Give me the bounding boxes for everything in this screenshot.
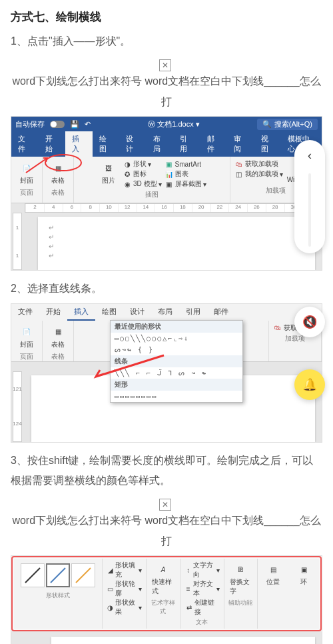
broken-image-text: word下划线怎么打出来符号 word文档在空白中下划线______怎么打 (11, 511, 322, 551)
tab-insert[interactable]: 插入 (65, 131, 93, 157)
style-swatch-1[interactable] (21, 563, 45, 587)
tab-references[interactable]: 引用 (179, 304, 207, 321)
tab-view[interactable]: 视图 (254, 131, 282, 157)
ribbon-tabs: 文件 开始 插入 绘图 设计 布局 引用 邮件 审阅 视图 模板中心 (11, 131, 322, 157)
shape-effects-button[interactable]: ◑形状效果 ▾ (107, 598, 142, 617)
speaker-muted-icon: 🔇 (302, 315, 317, 329)
screenshot-icon: ▣ (165, 179, 174, 189)
quick-styles-button[interactable]: A快速样式 (151, 561, 176, 597)
svg-line-0 (25, 568, 40, 583)
group-pages: 📄封面 页面 (11, 321, 43, 361)
screenshot-button[interactable]: ▣屏幕截图 ▾ (165, 179, 206, 189)
group-text: ↕文字方向 ▾ ≡对齐文本 ▾ ⇄创建链接 文本 (180, 559, 224, 629)
ruler-vertical: 11 (13, 213, 22, 270)
paragraph-mark: ↵ (49, 223, 304, 233)
tab-file[interactable]: 文件 (11, 304, 39, 321)
tab-home[interactable]: 开始 (39, 304, 67, 321)
page[interactable]: ↵ ↵ ↵ ↵ (38, 217, 315, 270)
shapes-button[interactable]: ◑形状 ▾ (123, 159, 162, 169)
my-addins-button[interactable]: ◫我的加载项 ▾ (234, 169, 283, 179)
pictures-button[interactable]: 🖼 图片 (97, 159, 120, 187)
align-text-button[interactable]: ≡对齐文本 ▾ (184, 579, 220, 598)
step-3-text: 3、按住shift键，绘制需要长度的横线即可。绘制完成之后，可以根据需要调整横线… (11, 451, 322, 491)
shape-outline-button[interactable]: ▭形状轮廓 ▾ (107, 579, 142, 598)
tab-layout[interactable]: 布局 (151, 304, 179, 321)
broken-image-icon: ✕ (159, 499, 171, 511)
bell-icon: 🔔 (302, 377, 317, 392)
ribbon-body: 📄 封面 页面 ▦ 表格 表格 🖼 (11, 157, 322, 203)
step-2-text: 2、选择直线线条。 (11, 279, 322, 299)
chart-button[interactable]: 📊图表 (165, 169, 206, 179)
tab-design[interactable]: 设计 (119, 131, 147, 157)
alt-text-button[interactable]: 🖹替换文字 (228, 561, 253, 597)
tab-references[interactable]: 引用 (173, 131, 200, 157)
tab-mailings[interactable]: 邮件 (207, 304, 235, 321)
group-illustrations: 🖼 图片 ◑形状 ▾ ✪图标 ◉3D 模型 ▾ ▣SmartArt 📊图表 ▣屏… (74, 157, 230, 203)
chart-icon: 📊 (165, 169, 174, 179)
cover-page-button[interactable]: 📄封面 (15, 323, 38, 351)
group-accessibility: 🖹替换文字 辅助功能 (224, 559, 258, 629)
tab-mailings[interactable]: 邮件 (200, 131, 228, 157)
tab-layout[interactable]: 布局 (147, 131, 174, 157)
link-icon: ⇄ (184, 603, 193, 612)
ruler-vertical: 121124 (13, 371, 22, 442)
autosave-label: 自动保存 (15, 119, 45, 129)
word-logo-icon: ⓦ (148, 120, 155, 128)
paragraph-mark: ↵ (49, 242, 304, 251)
shapes-dropdown[interactable]: 最近使用的形状 ▭◯▢╲╲╲◯◯◯△⌐⌞⇨⇩ ᔕ↝↬ { } 线条 ╲╲╲ ⌐ … (110, 320, 243, 403)
mute-button[interactable]: 🔇 (294, 307, 325, 337)
document-title[interactable]: 文档1.docx ▾ (157, 120, 199, 128)
ribbon-tabs-2: 文件 开始 插入 绘图 设计 布局 引用 邮件 (11, 304, 322, 321)
cover-page-icon: 📄 (19, 325, 34, 339)
style-swatch-3[interactable] (71, 563, 95, 587)
section-heading: 方式七、绘制横线 (11, 9, 322, 25)
search-box[interactable]: 🔍 搜索(Alt+Q) (257, 119, 318, 130)
store-icon: 🛍 (234, 159, 244, 169)
alttext-icon: 🖹 (233, 562, 248, 577)
pictures-icon: 🖼 (101, 161, 116, 175)
document-area: 2468101214161820222426283032 11 ↵ ↵ ↵ ↵ (11, 203, 322, 270)
svg-line-1 (51, 568, 65, 583)
3d-model-button[interactable]: ◉3D 模型 ▾ (123, 179, 162, 189)
create-link-button[interactable]: ⇄创建链接 (184, 598, 220, 617)
paragraph-mark: ↵ (49, 251, 304, 261)
shape-fill-button[interactable]: ◢形状填充 ▾ (107, 561, 142, 579)
screenshot-word-insert-shapes: 自动保存 💾 ↶ ⓦ 文档1.docx ▾ 🔍 搜索(Alt+Q) 文件 开始 … (11, 116, 322, 271)
tab-file[interactable]: 文件 (11, 131, 39, 157)
broken-image-caption-1: ✕ word下划线怎么打出来符号 word文档在空白中下划线______怎么打 (11, 55, 322, 112)
smartart-icon: ▣ (165, 159, 174, 169)
tab-design[interactable]: 设计 (123, 304, 151, 321)
tab-insert[interactable]: 插入 (67, 304, 95, 321)
smartart-button[interactable]: ▣SmartArt (165, 159, 206, 169)
table-button[interactable]: ▦表格 (47, 323, 69, 351)
tab-draw[interactable]: 绘图 (93, 131, 120, 157)
undo-icon[interactable]: ↶ (85, 120, 91, 129)
tab-home[interactable]: 开始 (39, 131, 66, 157)
position-icon: ▤ (266, 562, 280, 577)
fill-icon: ◢ (107, 565, 114, 575)
get-addins-button[interactable]: 🛍获取加载项 (234, 159, 283, 169)
search-icon: 🔍 (262, 120, 272, 129)
scroll-track[interactable] (308, 173, 311, 247)
save-icon[interactable]: 💾 (70, 120, 79, 129)
dd-recent-shapes[interactable]: ▭◯▢╲╲╲◯◯◯△⌐⌞⇨⇩ (111, 333, 242, 344)
notification-button[interactable]: 🔔 (294, 369, 325, 400)
dd-rects-row[interactable]: ▭▭▭▭▭▭▭▭ (111, 391, 242, 402)
position-button[interactable]: ▤位置 (262, 561, 284, 588)
icons-button[interactable]: ✪图标 (123, 169, 162, 179)
chevron-left-icon[interactable]: ‹ (308, 140, 312, 171)
tab-review[interactable]: 审阅 (227, 131, 254, 157)
group-tables: ▦表格 表格 (43, 321, 74, 361)
scroll-pill[interactable]: ‹ (294, 140, 325, 253)
text-direction-button[interactable]: ↕文字方向 ▾ (184, 561, 220, 579)
autosave-toggle[interactable] (50, 121, 65, 128)
dd-lines-row[interactable]: ╲╲╲ ⌐ ⌐ ᒏ ᒣ ᔕ ↝ ↬ (111, 367, 242, 379)
align-icon: ≡ (184, 584, 192, 593)
svg-line-2 (76, 568, 91, 583)
step-1-text: 1、点击"插入——形状"。 (11, 31, 322, 51)
broken-image-text: word下划线怎么打出来符号 word文档在空白中下划线______怎么打 (11, 71, 322, 112)
style-swatch-2[interactable] (46, 563, 70, 587)
group-shape-props: ◢形状填充 ▾ ▭形状轮廓 ▾ ◑形状效果 ▾ (103, 559, 147, 629)
tab-draw[interactable]: 绘图 (95, 304, 123, 321)
wrap-button[interactable]: ▣环 (292, 561, 315, 588)
